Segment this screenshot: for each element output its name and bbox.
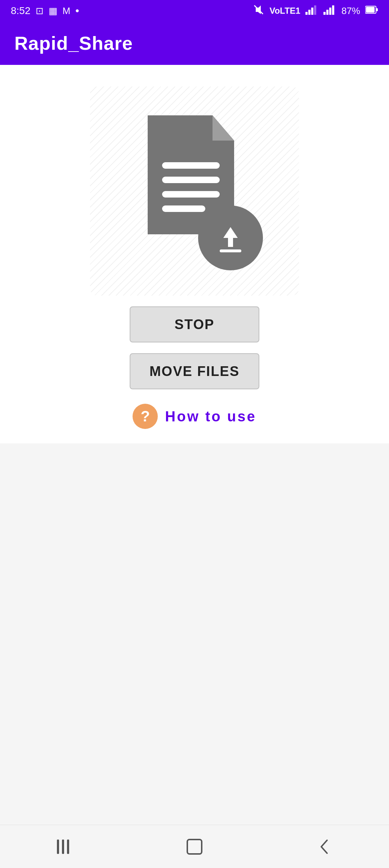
back-icon[interactable] [313,836,335,858]
svg-marker-15 [223,227,238,247]
home-icon[interactable] [184,836,205,858]
svg-rect-14 [162,205,205,212]
svg-rect-9 [376,8,378,11]
main-content: STOP MOVE FILES ? How to use [0,65,389,443]
svg-rect-18 [62,840,64,854]
sim-card-icon: ⊡ [36,5,44,17]
svg-rect-16 [220,249,241,252]
email-icon: M [63,5,71,17]
lte-icon: VoLTE1 [269,6,300,16]
svg-rect-17 [57,840,59,854]
dot-icon: • [75,5,79,17]
move-files-button-label: MOVE FILES [149,364,240,379]
signal2-icon [323,5,336,17]
status-bar: 8:52 ⊡ ▦ M • VoLTE1 [0,0,389,22]
download-icon [213,220,249,256]
battery-percentage: 87% [341,5,360,17]
download-badge [198,205,263,270]
svg-rect-19 [67,840,69,854]
question-badge: ? [133,404,158,429]
svg-rect-2 [311,8,313,15]
svg-rect-12 [162,177,220,183]
nav-bar [0,825,389,868]
app-title: Rapid_Share [14,32,133,54]
recent-apps-icon[interactable] [54,836,76,858]
status-bar-left: 8:52 ⊡ ▦ M • [11,5,79,17]
svg-rect-1 [308,10,310,15]
svg-rect-20 [187,840,202,854]
svg-rect-4 [323,12,326,15]
stop-button-label: STOP [175,317,215,332]
time-display: 8:52 [11,5,31,17]
svg-rect-5 [326,10,328,15]
how-to-use-row[interactable]: ? How to use [133,404,256,429]
signal1-icon [305,5,318,17]
mute-icon [253,4,264,18]
svg-rect-10 [366,7,375,13]
move-files-button[interactable]: MOVE FILES [130,353,259,389]
calendar-icon: ▦ [49,5,58,17]
svg-rect-13 [162,191,220,198]
stop-button[interactable]: STOP [130,306,259,342]
battery-icon [365,5,378,17]
svg-rect-3 [314,5,316,15]
svg-rect-7 [332,5,334,15]
svg-rect-0 [305,12,308,15]
svg-rect-11 [162,162,220,169]
app-bar: Rapid_Share [0,22,389,65]
file-icon-container [119,105,270,278]
file-icon-area [90,87,299,296]
question-icon: ? [141,408,150,425]
how-to-use-label: How to use [165,408,256,425]
svg-rect-6 [329,8,331,15]
status-bar-right: VoLTE1 87% [253,4,378,18]
